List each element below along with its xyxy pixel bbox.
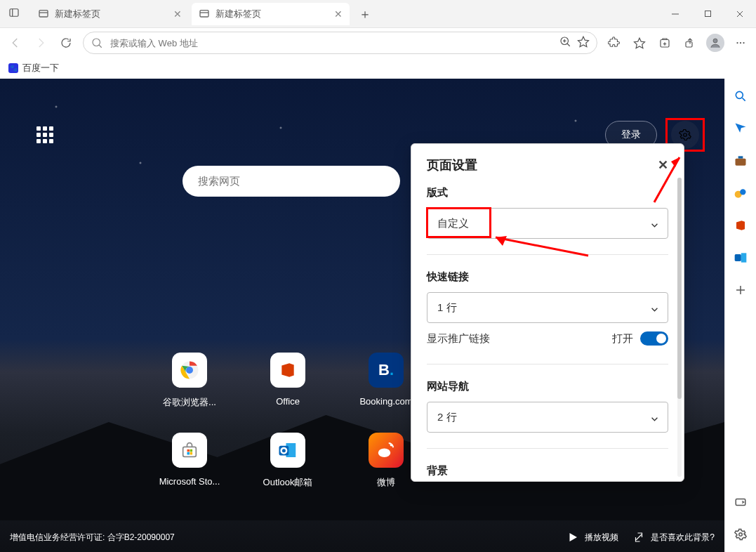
tab-actions-icon[interactable] (0, 6, 28, 22)
annotation-layout-highlight (426, 207, 491, 238)
footer-play-video[interactable]: 播放视频 (566, 531, 618, 544)
footer-like-bg[interactable]: 是否喜欢此背景? (632, 531, 715, 544)
svg-rect-45 (190, 449, 193, 452)
favorites-icon[interactable] (627, 30, 652, 55)
svg-point-10 (93, 39, 100, 46)
ntp-search-box[interactable]: 搜索网页 (183, 166, 400, 197)
bookmark-bar: 🐾 百度一下 (0, 58, 756, 79)
tile-label: Outlook邮箱 (263, 476, 313, 489)
sidebar-tools-icon[interactable] (733, 153, 748, 169)
bg-heading: 背景 (427, 464, 668, 478)
chrome-icon (172, 353, 207, 388)
svg-point-24 (713, 39, 717, 43)
sidebar-collapse-icon[interactable] (733, 494, 748, 510)
collections-icon[interactable] (652, 30, 677, 55)
titlebar: 新建标签页 ✕ 新建标签页 ✕ ＋ (0, 0, 756, 28)
forward-button (28, 30, 53, 55)
svg-line-15 (567, 44, 570, 46)
svg-point-27 (743, 42, 744, 44)
sidebar-games-icon[interactable] (733, 185, 748, 201)
baidu-favicon-icon: 🐾 (8, 63, 18, 73)
svg-point-42 (186, 367, 193, 374)
promoted-toggle[interactable] (640, 331, 668, 346)
sidebar-shopping-icon[interactable] (733, 121, 748, 136)
sidebar-search-icon[interactable] (733, 88, 748, 104)
divider (427, 254, 668, 255)
window-minimize-button[interactable] (659, 0, 691, 28)
zoom-icon[interactable] (559, 35, 571, 51)
tab-1[interactable]: 新建标签页 ✕ (31, 3, 189, 25)
sidebar-add-icon[interactable] (733, 282, 748, 298)
popup-close-icon[interactable]: ✕ (658, 157, 668, 173)
ntp-search-placeholder: 搜索网页 (198, 175, 240, 188)
page-settings-popup: 页面设置 ✕ 版式 自定义 ⌵ 快速链接 1 行 ⌵ 显示推广链接 打开 (411, 143, 684, 482)
svg-rect-30 (736, 159, 746, 166)
quick-link-tiles: 谷歌浏览器... Office B. Booking.com Microsoft… (140, 353, 435, 510)
nav-select[interactable]: 2 行 ⌵ (427, 402, 668, 433)
tab-2[interactable]: 新建标签页 ✕ (192, 3, 350, 25)
apps-launcher-icon[interactable] (37, 126, 53, 143)
svg-point-39 (739, 533, 743, 537)
svg-rect-35 (741, 253, 747, 262)
sidebar-office-icon[interactable] (733, 218, 748, 233)
tile-label: Booking.com (359, 396, 412, 407)
address-bar[interactable] (83, 32, 597, 54)
svg-rect-4 (200, 10, 208, 16)
svg-rect-7 (705, 11, 710, 17)
profile-avatar[interactable] (703, 30, 728, 55)
address-input[interactable] (110, 38, 559, 48)
window-close-button[interactable] (724, 0, 756, 28)
sidebar-outlook-icon[interactable] (733, 250, 748, 265)
quicklinks-heading: 快速链接 (427, 270, 668, 284)
svg-point-28 (736, 91, 743, 98)
tile-office[interactable]: Office (239, 353, 337, 430)
divider (427, 448, 668, 449)
svg-rect-46 (187, 452, 190, 455)
bookmark-item-baidu[interactable]: 🐾 百度一下 (8, 62, 59, 74)
more-icon[interactable] (728, 30, 753, 55)
window-maximize-button[interactable] (691, 0, 724, 28)
svg-point-25 (736, 42, 738, 44)
tab-2-close-icon[interactable]: ✕ (334, 8, 343, 20)
outlook-icon (270, 433, 305, 468)
svg-rect-22 (686, 42, 692, 48)
svg-marker-53 (570, 533, 578, 541)
footer-license: 增值电信业务经营许可证: 合字B2-20090007 (10, 532, 175, 544)
divider (427, 364, 668, 364)
chevron-down-icon: ⌵ (651, 411, 658, 423)
extensions-icon[interactable] (602, 30, 627, 55)
favorite-icon[interactable] (577, 35, 590, 51)
back-button[interactable] (3, 30, 28, 55)
svg-rect-34 (735, 254, 741, 261)
quicklinks-select[interactable]: 1 行 ⌵ (427, 292, 668, 323)
tile-label: Office (276, 396, 300, 407)
right-sidebar (724, 79, 756, 552)
svg-rect-44 (187, 449, 190, 452)
sidebar-settings-icon[interactable] (733, 527, 748, 542)
tile-chrome[interactable]: 谷歌浏览器... (140, 353, 239, 430)
svg-marker-17 (635, 38, 645, 48)
layout-select[interactable]: 自定义 ⌵ (427, 208, 668, 239)
toolbar (0, 28, 756, 58)
office-icon (270, 353, 305, 388)
weibo-icon (369, 433, 404, 468)
newtab-content: 登录 搜索网页 谷歌浏览器... Office B. Booking.com M… (0, 79, 724, 552)
quicklinks-value: 1 行 (437, 301, 457, 315)
layout-heading: 版式 (427, 186, 668, 199)
tile-outlook[interactable]: Outlook邮箱 (239, 433, 337, 510)
svg-point-40 (684, 133, 687, 137)
tile-label: 微博 (377, 476, 395, 489)
svg-rect-31 (738, 156, 743, 158)
popup-scrollbar[interactable] (677, 178, 682, 477)
svg-point-26 (740, 42, 741, 44)
svg-point-33 (740, 189, 745, 195)
refresh-button[interactable] (53, 30, 79, 55)
tile-msstore[interactable]: Microsoft Sto... (140, 433, 239, 510)
promoted-links-row: 显示推广链接 打开 (411, 330, 684, 355)
share-icon[interactable] (677, 30, 703, 55)
nav-value: 2 行 (437, 411, 457, 424)
new-tab-button[interactable]: ＋ (354, 6, 376, 22)
booking-icon: B. (369, 353, 404, 388)
tab-1-close-icon[interactable]: ✕ (173, 8, 182, 20)
svg-rect-0 (10, 8, 18, 16)
